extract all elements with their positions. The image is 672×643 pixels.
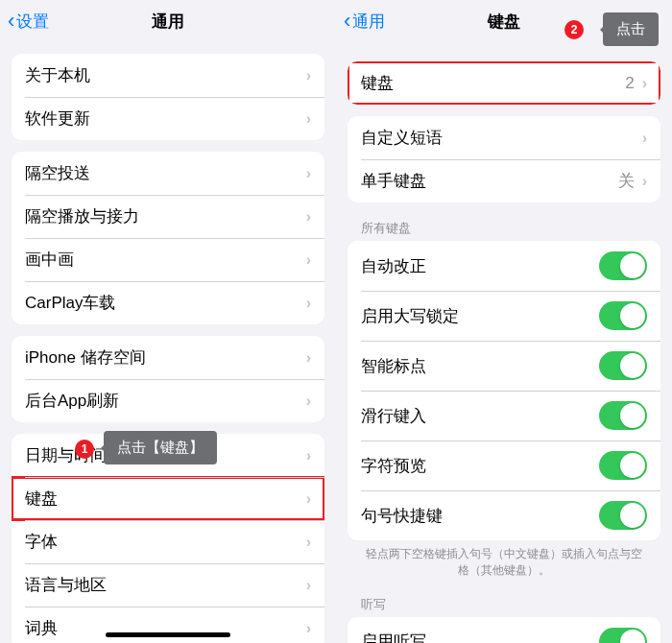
- chevron-right-icon: ›: [306, 208, 311, 226]
- row-label: 语言与地区: [25, 574, 302, 596]
- row-label: 键盘: [361, 72, 625, 94]
- row-label: 后台App刷新: [25, 390, 302, 412]
- settings-row[interactable]: 句号快捷键: [348, 490, 660, 540]
- toggle-switch[interactable]: [599, 301, 647, 330]
- chevron-right-icon: ›: [642, 75, 647, 92]
- annotation-callout-2: 点击: [603, 12, 659, 46]
- row-label: 启用听写: [361, 631, 599, 643]
- row-label: iPhone 储存空间: [25, 346, 302, 369]
- chevron-left-icon: ‹: [344, 9, 350, 34]
- settings-row[interactable]: 后台App刷新›: [12, 379, 324, 422]
- settings-row[interactable]: 键盘›: [12, 477, 324, 520]
- row-value: 2: [625, 74, 634, 93]
- phone-right: ‹ 通用 键盘 2 点击 键盘2› 自定义短语›单手键盘关› 所有键盘 自动改正…: [336, 0, 672, 643]
- chevron-right-icon: ›: [306, 620, 311, 637]
- home-indicator: [106, 632, 230, 637]
- settings-row[interactable]: 键盘2›: [348, 61, 660, 105]
- nav-header: ‹ 设置 通用: [0, 0, 336, 42]
- toggle-switch[interactable]: [599, 251, 647, 280]
- settings-row[interactable]: 启用大写锁定: [348, 291, 660, 341]
- back-label: 设置: [16, 11, 49, 33]
- row-label: CarPlay车载: [25, 292, 302, 314]
- settings-row[interactable]: 语言与地区›: [12, 563, 324, 607]
- chevron-right-icon: ›: [306, 490, 311, 508]
- toggle-switch[interactable]: [599, 501, 647, 530]
- settings-group: 自定义短语›单手键盘关›: [348, 116, 660, 202]
- settings-group: 键盘2›: [348, 61, 660, 105]
- row-label: 字符预览: [361, 455, 599, 477]
- row-label: 滑行键入: [361, 405, 599, 427]
- settings-row[interactable]: 软件更新›: [12, 97, 324, 140]
- settings-row[interactable]: 字符预览: [348, 441, 660, 490]
- back-label: 通用: [352, 11, 385, 33]
- settings-row[interactable]: 启用听写: [348, 617, 660, 643]
- annotation-badge-2: 2: [564, 20, 584, 39]
- content: 键盘2› 自定义短语›单手键盘关› 所有键盘 自动改正启用大写锁定智能标点滑行键…: [336, 42, 672, 643]
- row-label: 键盘: [25, 488, 302, 510]
- settings-row[interactable]: 隔空播放与接力›: [12, 195, 324, 238]
- page-title: 键盘: [488, 11, 520, 33]
- settings-group: 自动改正启用大写锁定智能标点滑行键入字符预览句号快捷键: [348, 241, 660, 540]
- annotation-callout-1: 点击【键盘】: [104, 431, 217, 464]
- chevron-right-icon: ›: [306, 110, 311, 128]
- back-button[interactable]: ‹ 通用: [344, 9, 385, 34]
- settings-row[interactable]: 画中画›: [12, 238, 324, 281]
- row-label: 隔空播放与接力: [25, 205, 302, 227]
- chevron-right-icon: ›: [306, 393, 311, 410]
- page-title: 通用: [152, 11, 184, 33]
- chevron-left-icon: ‹: [8, 9, 14, 34]
- row-label: 智能标点: [361, 355, 599, 377]
- chevron-right-icon: ›: [306, 534, 311, 551]
- chevron-right-icon: ›: [306, 349, 311, 367]
- chevron-right-icon: ›: [306, 447, 311, 464]
- chevron-right-icon: ›: [306, 295, 311, 312]
- row-label: 句号快捷键: [361, 505, 599, 527]
- section-header-dictation: 听写: [336, 579, 672, 617]
- toggle-switch[interactable]: [599, 628, 647, 643]
- chevron-right-icon: ›: [306, 165, 311, 182]
- chevron-right-icon: ›: [306, 67, 311, 84]
- settings-group: 关于本机›软件更新›: [12, 54, 324, 140]
- section-footer-all-keyboards: 轻点两下空格键插入句号（中文键盘）或插入句点与空格（其他键盘）。: [336, 540, 672, 579]
- chevron-right-icon: ›: [306, 251, 311, 269]
- settings-row[interactable]: iPhone 储存空间›: [12, 336, 324, 379]
- settings-row[interactable]: 隔空投送›: [12, 152, 324, 195]
- section-header-all-keyboards: 所有键盘: [336, 202, 672, 241]
- phone-left: ‹ 设置 通用 关于本机›软件更新›隔空投送›隔空播放与接力›画中画›CarPl…: [0, 0, 336, 643]
- row-value: 关: [618, 170, 635, 192]
- settings-row[interactable]: 关于本机›: [12, 54, 324, 97]
- settings-group: 启用听写听写语言›: [348, 617, 660, 643]
- settings-row[interactable]: 词典›: [12, 607, 324, 643]
- row-label: 隔空投送: [25, 162, 302, 184]
- row-label: 字体: [25, 531, 302, 553]
- settings-row[interactable]: 滑行键入: [348, 391, 660, 441]
- row-label: 关于本机: [25, 64, 302, 86]
- settings-row[interactable]: 自定义短语›: [348, 116, 660, 159]
- toggle-switch[interactable]: [599, 451, 647, 480]
- row-label: 画中画: [25, 249, 302, 271]
- row-label: 自动改正: [361, 255, 599, 277]
- back-button[interactable]: ‹ 设置: [8, 9, 49, 34]
- chevron-right-icon: ›: [306, 577, 311, 594]
- settings-row[interactable]: 智能标点: [348, 341, 660, 391]
- settings-group: 日期与时间›键盘›字体›语言与地区›词典›: [12, 434, 324, 643]
- settings-row[interactable]: 字体›: [12, 520, 324, 563]
- row-label: 自定义短语: [361, 127, 638, 149]
- settings-row[interactable]: 自动改正: [348, 241, 660, 291]
- settings-row[interactable]: 单手键盘关›: [348, 159, 660, 202]
- row-label: 单手键盘: [361, 170, 618, 192]
- settings-row[interactable]: CarPlay车载›: [12, 281, 324, 324]
- annotation-badge-1: 1: [75, 440, 94, 459]
- row-label: 启用大写锁定: [361, 305, 599, 327]
- content: 关于本机›软件更新›隔空投送›隔空播放与接力›画中画›CarPlay车载›iPh…: [0, 42, 336, 643]
- row-label: 软件更新: [25, 107, 302, 130]
- toggle-switch[interactable]: [599, 351, 647, 380]
- settings-group: iPhone 储存空间›后台App刷新›: [12, 336, 324, 422]
- settings-group: 隔空投送›隔空播放与接力›画中画›CarPlay车载›: [12, 152, 324, 324]
- chevron-right-icon: ›: [642, 173, 647, 190]
- toggle-switch[interactable]: [599, 401, 647, 430]
- chevron-right-icon: ›: [642, 130, 647, 147]
